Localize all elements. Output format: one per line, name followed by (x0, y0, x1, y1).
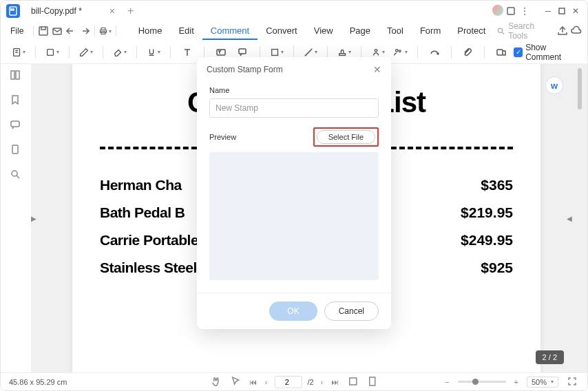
word-export-badge[interactable]: w (545, 76, 563, 94)
tab-close-icon[interactable]: × (109, 6, 115, 17)
save-icon[interactable] (38, 25, 49, 37)
kebab-menu-icon[interactable]: ⋮ (518, 5, 531, 17)
window-close-icon[interactable]: ✕ (569, 5, 582, 17)
cancel-button[interactable]: Cancel (324, 302, 379, 321)
text-tool-icon[interactable] (178, 44, 197, 61)
window-minimize-icon[interactable]: ─ (542, 5, 554, 17)
svg-rect-14 (272, 49, 278, 55)
notification-icon[interactable] (505, 5, 517, 17)
stamp-name-input[interactable] (209, 98, 379, 118)
attachment-tool-icon[interactable] (458, 44, 477, 61)
svg-rect-23 (11, 121, 19, 127)
svg-rect-22 (16, 71, 19, 79)
share-icon[interactable] (557, 25, 568, 37)
print-icon[interactable]: ▾ (99, 25, 112, 37)
page-indicator-badge: 2 / 2 (536, 350, 564, 364)
page-input[interactable] (274, 376, 302, 388)
svg-rect-21 (11, 71, 14, 79)
menu-edit[interactable]: Edit (170, 23, 202, 40)
pencil-tool-icon[interactable]: ▾ (76, 44, 96, 61)
search-placeholder: Search Tools (508, 21, 546, 41)
svg-point-17 (396, 49, 399, 52)
file-menu[interactable]: File (6, 25, 28, 37)
select-file-button[interactable]: Select File (317, 130, 375, 144)
svg-rect-20 (497, 50, 503, 55)
svg-rect-24 (12, 145, 18, 154)
svg-rect-15 (339, 53, 346, 55)
note-tool-icon[interactable]: ▾ (9, 44, 28, 61)
fit-width-icon[interactable] (346, 376, 359, 388)
name-label: Name (209, 86, 379, 94)
svg-point-9 (498, 28, 503, 32)
checkbox-checked-icon: ✓ (514, 47, 523, 57)
prev-page-icon[interactable]: ‹ (264, 378, 269, 386)
zoom-out-icon[interactable]: − (443, 378, 450, 386)
ok-button[interactable]: OK (269, 302, 317, 321)
zoom-select[interactable]: 50%▾ (527, 377, 558, 388)
fit-page-icon[interactable] (365, 376, 379, 388)
bookmarks-icon[interactable] (10, 94, 22, 107)
svg-rect-1 (11, 9, 14, 10)
page-total: /2 (307, 378, 313, 386)
mail-icon[interactable] (52, 25, 63, 37)
expand-right-icon[interactable]: ◀ (567, 215, 572, 222)
titlebar: bill-Copy.pdf * × + ⋮ ─ ✕ (1, 1, 587, 21)
menu-view[interactable]: View (306, 23, 342, 40)
search-tools[interactable]: Search Tools (496, 21, 546, 41)
show-comment-toggle[interactable]: ✓ Show Comment (514, 43, 579, 62)
account-icon[interactable] (492, 5, 503, 16)
next-page-icon[interactable]: › (319, 378, 325, 386)
search-panel-icon[interactable] (10, 169, 22, 181)
hide-comment-icon[interactable] (492, 44, 511, 61)
statusbar: 45.86 x 95.29 cm ⏮ ‹ /2 › ⏭ − + 50%▾ (1, 372, 587, 390)
last-page-icon[interactable]: ⏭ (330, 378, 340, 386)
fullscreen-icon[interactable] (565, 376, 579, 388)
zoom-in-icon[interactable]: + (513, 378, 520, 386)
svg-rect-12 (217, 50, 225, 55)
svg-rect-27 (369, 377, 375, 385)
zoom-slider[interactable] (458, 381, 506, 383)
svg-point-18 (399, 50, 401, 52)
svg-rect-4 (39, 27, 48, 35)
thumbnails-icon[interactable] (10, 70, 22, 82)
scrollbar-thumb[interactable] (578, 68, 582, 109)
menu-convert[interactable]: Convert (258, 23, 306, 40)
menu-form[interactable]: Form (412, 23, 449, 40)
underline-tool-icon[interactable]: ▾ (144, 44, 163, 61)
svg-rect-26 (349, 378, 356, 385)
svg-rect-3 (559, 8, 565, 14)
first-page-icon[interactable]: ⏮ (248, 378, 258, 386)
svg-rect-2 (507, 8, 514, 14)
left-sidebar (1, 64, 31, 372)
custom-stamp-dialog: Custom Stamp Form ✕ Name Preview Select … (197, 57, 391, 329)
attachments-panel-icon[interactable] (10, 144, 22, 156)
menu-comment[interactable]: Comment (202, 23, 258, 40)
cursor-position: 45.86 x 95.29 cm (9, 378, 67, 386)
dialog-close-icon[interactable]: ✕ (373, 64, 381, 75)
menu-home[interactable]: Home (130, 23, 171, 40)
window-maximize-icon[interactable] (556, 5, 568, 17)
menu-page[interactable]: Page (342, 23, 379, 40)
show-comment-label: Show Comment (525, 43, 579, 62)
hand-tool-icon[interactable] (209, 376, 223, 388)
redo-icon[interactable] (79, 25, 90, 37)
cloud-icon[interactable] (571, 25, 582, 37)
undo-icon[interactable] (65, 25, 76, 37)
draw-tool-icon[interactable] (425, 44, 444, 61)
user-tool-icon[interactable]: ▾ (390, 44, 410, 61)
highlight-tool-icon[interactable]: ▾ (43, 44, 62, 61)
preview-area (209, 152, 379, 280)
svg-point-25 (12, 171, 17, 176)
menu-protect[interactable]: Protect (449, 23, 494, 40)
add-tab-button[interactable]: + (127, 5, 134, 17)
app-icon (6, 4, 20, 18)
svg-rect-0 (10, 7, 17, 15)
preview-label: Preview (209, 133, 236, 141)
comments-panel-icon[interactable] (10, 119, 22, 131)
dialog-title: Custom Stamp Form (207, 65, 283, 74)
zoom-thumb[interactable] (472, 379, 479, 385)
eraser-tool-icon[interactable]: ▾ (110, 44, 129, 61)
document-tab[interactable]: bill-Copy.pdf * × (24, 1, 122, 21)
select-tool-icon[interactable] (229, 376, 242, 388)
menu-tool[interactable]: Tool (379, 23, 412, 40)
